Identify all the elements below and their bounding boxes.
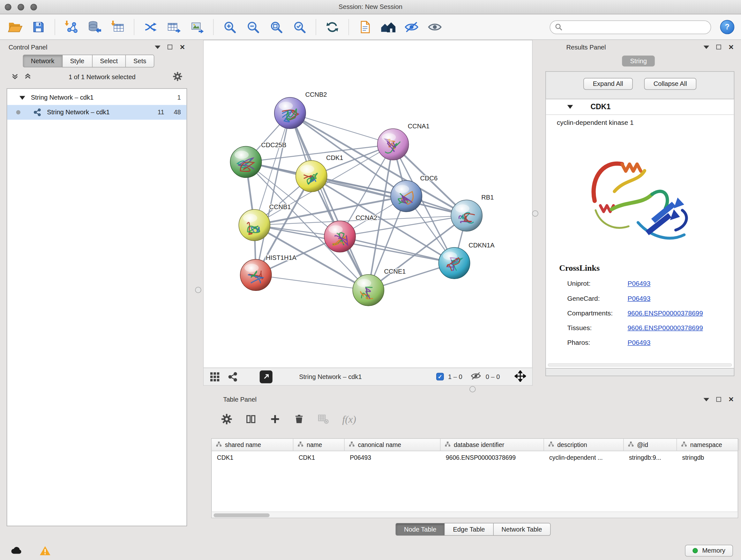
graph-edge[interactable] — [256, 275, 368, 290]
zoom-out-button[interactable] — [243, 17, 263, 37]
hidden-eye-slash-icon[interactable] — [470, 371, 481, 382]
column-header-database-identifier[interactable]: database identifier — [441, 439, 544, 450]
network-collection-row[interactable]: String Network – cdk1 1 — [7, 90, 186, 105]
close-panel-icon[interactable]: ✕ — [180, 44, 185, 51]
collapse-panel-icon[interactable] — [704, 45, 710, 49]
window-close-button[interactable] — [5, 4, 11, 10]
home-button[interactable] — [378, 17, 399, 37]
open-external-button[interactable] — [260, 370, 273, 383]
crosslink-uniprot-link[interactable]: P06493 — [627, 279, 650, 287]
crosslink-tissues-link[interactable]: 9606.ENSP00000378699 — [627, 324, 703, 331]
results-scrollbar[interactable] — [548, 363, 732, 367]
window-minimize-button[interactable] — [17, 4, 24, 10]
tab-style[interactable]: Style — [62, 55, 92, 67]
tab-network-table[interactable]: Network Table — [493, 523, 550, 536]
graph-node-HIST1H1A[interactable]: HIST1H1A — [240, 254, 297, 291]
graph-edge[interactable] — [290, 113, 393, 144]
collapse-caret-icon[interactable] — [567, 105, 573, 109]
birdseye-view-icon[interactable] — [210, 372, 219, 381]
help-button[interactable]: ? — [720, 20, 735, 34]
window-zoom-button[interactable] — [30, 4, 37, 10]
export-image-button[interactable] — [187, 17, 207, 37]
left-splitter-handle[interactable] — [195, 287, 201, 293]
tree-expand-caret-icon[interactable] — [19, 96, 25, 100]
column-header--id[interactable]: @id — [624, 439, 677, 450]
delete-table-icon[interactable] — [318, 413, 329, 426]
collapse-all-button[interactable]: Collapse All — [644, 78, 696, 90]
tab-network[interactable]: Network — [23, 55, 62, 67]
zoom-in-button[interactable] — [219, 17, 240, 37]
scrollbar-thumb[interactable] — [213, 513, 270, 517]
close-panel-icon[interactable]: ✕ — [728, 396, 734, 403]
selected-indicator-checkbox[interactable]: ✓ — [436, 373, 444, 381]
float-panel-icon[interactable] — [717, 45, 721, 50]
graph-node-CDKN1A[interactable]: CDKN1A — [439, 242, 495, 279]
graph-node-CDK1[interactable]: CDK1 — [296, 154, 343, 192]
document-copy-button[interactable] — [354, 17, 375, 37]
tab-node-table[interactable]: Node Table — [395, 523, 444, 536]
graph-node-CCNA1[interactable]: CCNA1 — [378, 123, 429, 160]
open-session-button[interactable] — [5, 17, 25, 37]
show-all-button[interactable] — [424, 17, 445, 37]
memory-button[interactable]: Memory — [685, 544, 733, 556]
refresh-layout-button[interactable] — [322, 17, 343, 37]
hide-selected-button[interactable] — [401, 17, 422, 37]
expand-all-trees-icon[interactable] — [24, 73, 31, 81]
graph-node-CCNB2[interactable]: CCNB2 — [274, 91, 327, 129]
delete-column-trash-icon[interactable] — [294, 414, 305, 426]
search-input[interactable] — [550, 20, 711, 34]
close-panel-icon[interactable]: ✕ — [728, 44, 734, 51]
new-network-from-selection-button[interactable] — [140, 17, 161, 37]
protein-name: CDK1 — [590, 103, 610, 111]
graph-edge[interactable] — [340, 237, 454, 263]
import-network-database-button[interactable] — [84, 17, 105, 37]
collapse-panel-icon[interactable] — [155, 45, 160, 49]
expand-all-button[interactable]: Expand All — [583, 78, 632, 90]
float-panel-icon[interactable] — [167, 45, 172, 50]
tab-string[interactable]: String — [622, 56, 655, 66]
show-columns-icon[interactable] — [246, 414, 256, 426]
column-header-description[interactable]: description — [544, 439, 624, 450]
protein-card-header[interactable]: CDK1 — [546, 99, 734, 115]
network-view-panel[interactable]: CCNB2CCNA1CDC25BCDK1CDC6RB1CCNB1CCNA2CDK… — [203, 40, 533, 386]
tab-sets[interactable]: Sets — [125, 55, 154, 67]
gear-icon[interactable] — [173, 71, 182, 82]
column-header-canonical-name[interactable]: canonical name — [345, 439, 441, 450]
right-splitter-handle[interactable] — [532, 210, 538, 216]
collapse-panel-icon[interactable] — [704, 398, 710, 401]
import-table-button[interactable] — [107, 17, 128, 37]
tab-edge-table[interactable]: Edge Table — [445, 523, 493, 536]
graph-node-RB1[interactable]: RB1 — [451, 194, 494, 232]
network-graph[interactable]: CCNB2CCNA1CDC25BCDK1CDC6RB1CCNB1CCNA2CDK… — [204, 40, 532, 368]
import-network-file-button[interactable] — [61, 17, 81, 37]
bottom-splitter-handle[interactable] — [469, 386, 475, 392]
tab-select[interactable]: Select — [92, 55, 125, 67]
graph-edge[interactable] — [256, 113, 290, 275]
graph-node-CCNB1[interactable]: CCNB1 — [239, 203, 291, 241]
crosslink-pharos-link[interactable]: P06493 — [627, 338, 650, 346]
toolbar-separator — [348, 19, 349, 36]
warnings-button[interactable] — [37, 544, 54, 557]
column-header-name[interactable]: name — [293, 439, 345, 450]
crosslink-genecard-link[interactable]: P06493 — [627, 294, 650, 302]
crosslink-compartments-link[interactable]: 9606.ENSP00000378699 — [627, 309, 703, 317]
move-crosshair-icon[interactable] — [515, 370, 526, 383]
save-session-button[interactable] — [28, 17, 49, 37]
column-header-namespace[interactable]: namespace — [677, 439, 739, 450]
collapse-all-trees-icon[interactable] — [11, 73, 18, 81]
function-builder-button[interactable]: f(x) — [342, 414, 356, 426]
network-row[interactable]: String Network – cdk1 11 48 — [7, 105, 186, 120]
column-header-shared-name[interactable]: shared name — [212, 439, 293, 450]
add-column-icon[interactable] — [270, 414, 280, 426]
network-share-icon[interactable] — [228, 372, 238, 381]
zoom-selected-button[interactable] — [289, 17, 310, 37]
cloud-button[interactable] — [8, 544, 25, 557]
table-horizontal-scrollbar[interactable] — [212, 511, 738, 517]
table-settings-gear-icon[interactable] — [221, 414, 232, 426]
export-network-button[interactable] — [163, 17, 184, 37]
table-row[interactable]: CDK1CDK1P064939606.ENSP00000378699cyclin… — [212, 451, 738, 463]
float-panel-icon[interactable] — [717, 397, 721, 402]
graph-edge[interactable] — [290, 113, 368, 290]
zoom-fit-button[interactable] — [266, 17, 286, 37]
table-panel-title: Table Panel — [223, 396, 257, 403]
